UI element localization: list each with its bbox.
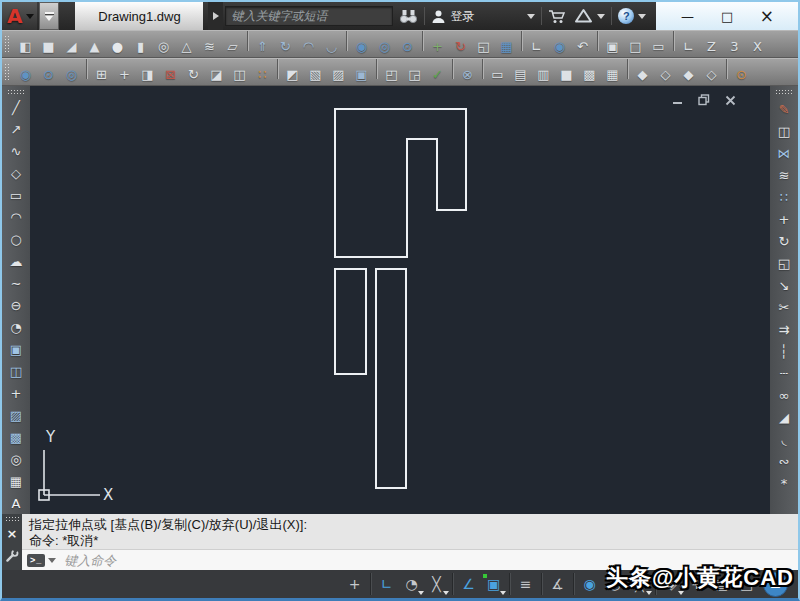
line-icon[interactable]: ╱ [4,96,28,118]
store-button[interactable] [544,2,570,30]
offset-faces-icon[interactable]: ◨ [136,63,159,85]
3d-scale-icon[interactable]: ◱ [472,35,495,57]
color-edges-icon[interactable]: ▧ [304,63,327,85]
maximize-button[interactable]: □ [712,9,742,24]
wedge-icon[interactable]: ◢ [60,35,83,57]
fillet-icon[interactable]: ◟ [772,428,796,450]
arc-icon[interactable]: ◠ [4,206,28,228]
intersect-icon[interactable]: ⊙ [396,35,419,57]
extrude-icon[interactable]: ⇑ [251,35,274,57]
extrude-faces-icon[interactable]: ⊞ [90,63,113,85]
ucs-icon[interactable]: ∟ [525,35,548,57]
ucs-face-icon[interactable]: ▣ [601,35,624,57]
3d-move-icon[interactable]: + [426,35,449,57]
quick-access-toggle-button[interactable] [39,2,59,30]
polysolid-icon[interactable]: ◧ [14,35,37,57]
cone-icon[interactable]: ▲ [83,35,106,57]
spline-icon[interactable]: ∼ [4,272,28,294]
extend-icon[interactable]: ⇉ [772,318,796,340]
chamfer-icon[interactable]: ◢ [772,406,796,428]
union-icon[interactable]: ◉ [14,63,37,85]
color-faces-icon[interactable]: ∷ [251,63,274,85]
login-button[interactable]: 登录 [427,2,539,30]
minimize-button[interactable]: — [672,9,702,24]
infer-constraints-icon[interactable]: + [342,572,367,597]
join-icon[interactable]: ∞ [772,384,796,406]
shell-icon[interactable]: ◰ [380,63,403,85]
ellipse-arc-icon[interactable]: ◔ [4,316,28,338]
command-settings-button[interactable] [5,549,19,567]
view-ne-isometric-icon[interactable]: ◆ [677,63,700,85]
file-tab[interactable]: Drawing1.dwg [75,2,203,30]
vs-shaded-icon[interactable]: ▦ [601,63,624,85]
ucs-world-icon[interactable]: ◉ [548,35,571,57]
blend-curves-icon[interactable]: ∾ [772,450,796,472]
polygon-icon[interactable]: ◇ [4,162,28,184]
search-binoculars-button[interactable] [395,2,422,30]
circle-icon[interactable]: ○ [4,228,28,250]
isometric-drafting-icon[interactable]: ╳ [424,572,449,597]
break-icon[interactable]: ┄ [772,362,796,384]
region-icon[interactable]: ◎ [4,448,28,470]
rotate-icon[interactable]: ↻ [772,230,796,252]
toolbar-grip[interactable] [7,89,25,94]
rectangle-icon[interactable]: ▭ [4,184,28,206]
array-icon[interactable]: ∷ [772,186,796,208]
move-faces-icon[interactable]: + [113,63,136,85]
erase-icon[interactable]: ✎ [772,98,796,120]
sweep-icon[interactable]: ◠ [297,35,320,57]
delete-faces-icon[interactable]: ⊠ [159,63,182,85]
cylinder-icon[interactable]: ▮ [129,35,152,57]
stretch-icon[interactable]: ↘ [772,274,796,296]
stepped-polyline-entity[interactable] [335,109,466,257]
vs-realistic-icon[interactable]: ■ [555,63,578,85]
help-button[interactable]: ? [614,2,650,30]
table-icon[interactable]: ▦ [4,470,28,492]
union-icon[interactable]: ◉ [350,35,373,57]
sphere-icon[interactable]: ● [106,35,129,57]
pyramid-icon[interactable]: △ [175,35,198,57]
gradient-icon[interactable]: ▩ [4,426,28,448]
object-snap-tracking-icon[interactable]: ∠ [456,572,481,597]
ucs-previous-icon[interactable]: ↶ [571,35,594,57]
offset-icon[interactable]: ≋ [772,164,796,186]
chevron-down-icon[interactable] [48,558,56,563]
view-nw-isometric-icon[interactable]: ◇ [700,63,723,85]
a360-button[interactable] [570,2,609,30]
small-rectangle-entity[interactable] [335,269,366,374]
revision-cloud-icon[interactable]: ☁ [4,250,28,272]
drawing-restore-button[interactable] [698,94,710,106]
ucs-x-rotate-icon[interactable]: X [746,35,769,57]
ellipse-icon[interactable]: ⊖ [4,294,28,316]
copy-edges-icon[interactable]: ◩ [281,63,304,85]
command-history[interactable]: 指定拉伸点或 [基点(B)/复制(C)/放弃(U)/退出(X)]: 命令: *取… [22,514,798,549]
loft-icon[interactable]: ◡ [320,35,343,57]
copy-icon[interactable]: ◫ [772,120,796,142]
planar-surface-icon[interactable]: ▱ [221,35,244,57]
polyline-icon[interactable]: ∿ [4,140,28,162]
drawing-minimize-button[interactable] [672,94,683,106]
lineweight-icon[interactable]: ≡ [513,572,538,597]
3d-rotate-icon[interactable]: ↻ [449,35,472,57]
toolbar-grip[interactable] [4,63,11,81]
revolve-icon[interactable]: ↻ [274,35,297,57]
3d-array-icon[interactable]: ▦ [495,35,518,57]
trim-icon[interactable]: ✂ [772,296,796,318]
mirror-icon[interactable]: ⋈ [772,142,796,164]
command-panel-close-button[interactable]: × [7,527,18,541]
search-input[interactable] [226,9,392,23]
panel-grip[interactable] [5,516,19,523]
vs-wireframe-icon[interactable]: ▤ [509,63,532,85]
subtract-icon[interactable]: ◎ [60,63,83,85]
box-icon[interactable]: ■ [37,35,60,57]
move-icon[interactable]: + [772,208,796,230]
interference-icon[interactable]: ⊗ [456,63,479,85]
hatch-icon[interactable]: ▨ [4,404,28,426]
subtract-icon[interactable]: ◎ [373,35,396,57]
vs-2d-wireframe-icon[interactable]: ▭ [486,63,509,85]
vs-conceptual-icon[interactable]: ▩ [578,63,601,85]
intersect-icon[interactable]: ⊙ [37,63,60,85]
insert-block-icon[interactable]: ▣ [4,338,28,360]
annotation-visibility-icon[interactable]: ◉ [577,572,602,597]
check-icon[interactable]: ✓ [426,63,449,85]
